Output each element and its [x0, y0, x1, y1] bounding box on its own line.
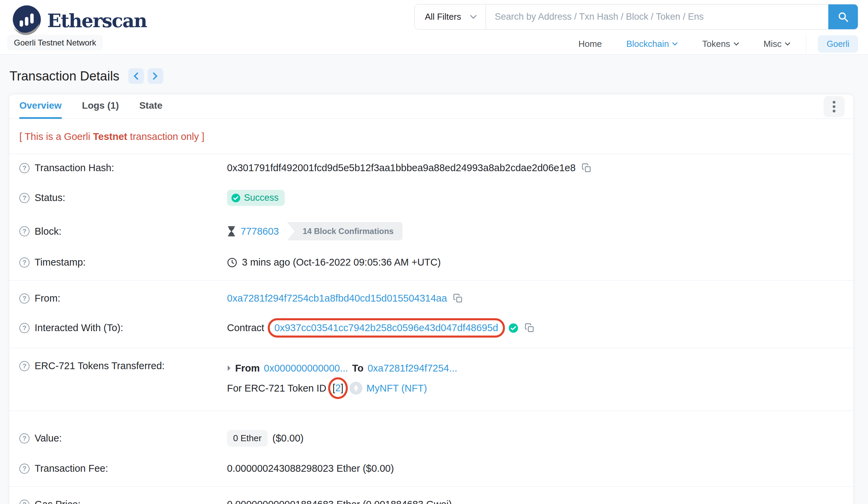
txn-pager [128, 68, 163, 84]
help-icon[interactable] [19, 226, 30, 236]
row-gas-price: Gas Price: 0.000000000001884683 Ether (0… [9, 491, 854, 504]
section-divider [9, 280, 854, 281]
section-divider [9, 411, 854, 411]
help-icon[interactable] [19, 193, 30, 203]
row-from: From: 0xa7281f294f7254cb1a8fbd40cd15d015… [9, 285, 854, 312]
brand[interactable]: Etherscan [11, 5, 147, 36]
caret-right-icon[interactable] [227, 365, 231, 371]
search-filter-dropdown[interactable]: All Filters [415, 4, 486, 29]
copy-txn-hash-button[interactable] [582, 163, 591, 173]
chevron-down-icon [734, 42, 739, 46]
nav-item-home[interactable]: Home [578, 39, 602, 49]
erc721-token-line: For ERC-721 Token ID [2] MyNFT (NFT) [227, 378, 843, 399]
chevron-right-icon [153, 72, 158, 80]
status-text: Success [244, 193, 279, 203]
page-title: Transaction Details [10, 69, 120, 83]
row-erc721-transfers: ERC-721 Tokens Transferred: From 0x00000… [9, 352, 854, 406]
site-header: Etherscan Goerli Testnet Network All Fil… [0, 0, 868, 55]
chevron-down-icon [672, 42, 678, 46]
erc721-to-address-link[interactable]: 0xa7281f294f7254... [368, 360, 457, 376]
row-transaction-hash: Transaction Hash: 0x301791fdf492001fcd9d… [9, 154, 854, 182]
nav-blockchain-label: Blockchain [627, 39, 669, 49]
search-bar: All Filters [414, 4, 858, 30]
network-badge: Goerli Testnet Network [7, 35, 103, 51]
help-icon[interactable] [19, 433, 30, 444]
token-id-link[interactable]: 2 [335, 382, 341, 393]
more-options-button[interactable] [824, 96, 845, 117]
nav-tokens-label: Tokens [702, 39, 730, 49]
tab-overview[interactable]: Overview [19, 94, 62, 119]
help-icon[interactable] [19, 163, 30, 173]
gas-price-value: 0.000000000001884683 Ether (0.001884683 … [227, 499, 452, 504]
page-head: Transaction Details [0, 55, 868, 94]
next-txn-button[interactable] [148, 68, 163, 84]
fee-value: 0.000000243088298023 Ether ($0.00) [227, 463, 394, 474]
hourglass-icon [227, 226, 236, 236]
timestamp-label: Timestamp: [34, 257, 85, 268]
row-block: Block: 7778603 14 Block Confirmations [9, 214, 854, 249]
network-switcher-button[interactable]: Goerli [818, 35, 858, 53]
block-confirmations-badge: 14 Block Confirmations [287, 222, 402, 241]
value-label: Value: [34, 433, 62, 444]
help-icon[interactable] [19, 258, 30, 268]
bracket-open: [ [332, 382, 335, 393]
usd-value: ($0.00) [272, 433, 304, 444]
clock-icon [227, 258, 237, 268]
row-value: Value: 0 Ether ($0.00) [9, 415, 854, 455]
tab-bar: Overview Logs (1) State [9, 94, 854, 119]
timestamp-value: 3 mins ago (Oct-16-2022 09:05:36 AM +UTC… [242, 257, 441, 268]
block-label: Block: [34, 226, 61, 237]
contract-address-link[interactable]: 0x937cc03541cc7942b258c0596e43d047df4869… [275, 322, 498, 333]
token-name-link[interactable]: MyNFT (NFT) [366, 380, 427, 396]
nav-misc-label: Misc [764, 39, 782, 49]
copy-icon [453, 293, 463, 303]
erc721-to-label: To [352, 360, 363, 376]
tab-state[interactable]: State [139, 94, 162, 119]
erc721-transfer-line: From 0x000000000000... To 0xa7281f294f72… [227, 360, 843, 376]
block-number-link[interactable]: 7778603 [240, 226, 279, 237]
notice-bold: Testnet [93, 131, 127, 142]
nav-item-blockchain[interactable]: Blockchain [627, 39, 678, 49]
erc721-token-id-prefix: For ERC-721 Token ID [227, 380, 327, 396]
search-filter-label: All Filters [425, 11, 461, 22]
help-icon[interactable] [19, 464, 30, 474]
fee-label: Transaction Fee: [34, 463, 108, 474]
testnet-notice: [ This is a Goerli Testnet transaction o… [9, 119, 854, 154]
from-address-link[interactable]: 0xa7281f294f7254cb1a8fbd40cd15d015504314… [227, 293, 447, 304]
row-status: Status: Success [9, 182, 854, 214]
nav-item-misc[interactable]: Misc [764, 39, 790, 49]
erc721-label: ERC-721 Tokens Transferred: [34, 360, 165, 372]
status-label: Status: [34, 192, 65, 203]
transaction-card: Overview Logs (1) State [ This is a Goer… [9, 94, 854, 504]
section-divider [9, 486, 854, 487]
tab-logs[interactable]: Logs (1) [82, 94, 119, 119]
contract-prefix: Contract [227, 322, 264, 333]
section-divider [9, 348, 854, 348]
nav-home-label: Home [578, 39, 602, 49]
row-transaction-fee: Transaction Fee: 0.000000243088298023 Et… [9, 455, 854, 482]
check-circle-icon [231, 193, 240, 203]
search-input[interactable] [486, 4, 828, 29]
gas-price-label: Gas Price: [34, 499, 80, 504]
nav-item-tokens[interactable]: Tokens [702, 39, 739, 49]
etherscan-logo-icon [11, 5, 42, 36]
help-icon[interactable] [19, 361, 30, 371]
copy-icon [525, 323, 535, 333]
ether-value-badge: 0 Ether [227, 430, 268, 447]
annotation-circle: [2] [328, 377, 348, 399]
copy-contract-address-button[interactable] [525, 323, 535, 333]
help-icon[interactable] [19, 500, 30, 504]
chevron-left-icon [133, 72, 138, 80]
notice-prefix: [ This is a Goerli [19, 131, 93, 142]
nav-divider [806, 36, 806, 52]
copy-from-address-button[interactable] [453, 293, 463, 303]
token-logo-icon [350, 382, 362, 395]
row-interacted-with: Interacted With (To): Contract 0x937cc03… [9, 312, 854, 344]
help-icon[interactable] [19, 323, 30, 333]
status-badge: Success [227, 190, 285, 206]
previous-txn-button[interactable] [128, 68, 144, 84]
help-icon[interactable] [19, 293, 30, 304]
erc721-from-address-link[interactable]: 0x000000000000... [264, 360, 348, 376]
brand-name: Etherscan [47, 10, 147, 32]
search-button[interactable] [828, 4, 858, 29]
